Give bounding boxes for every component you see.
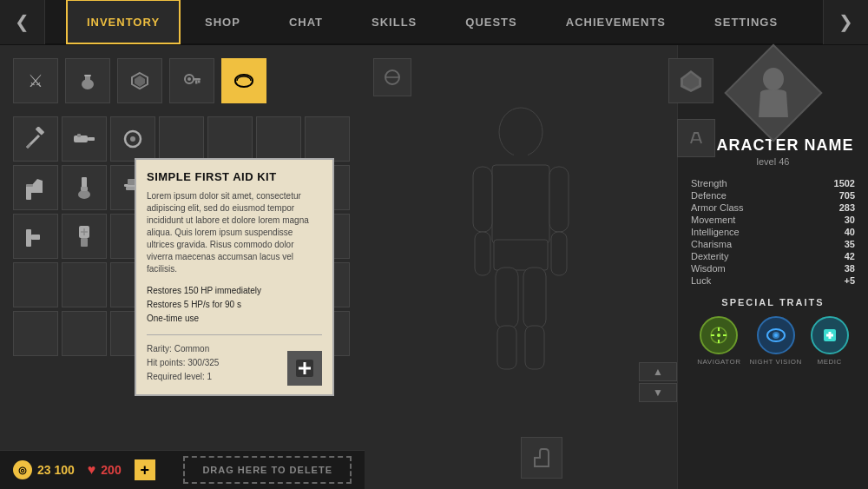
nav-item-inventory[interactable]: INVENTORY xyxy=(66,0,181,44)
inv-cell-23[interactable] xyxy=(62,262,107,307)
inv-cell-1[interactable] xyxy=(13,116,58,162)
inv-cell-6[interactable] xyxy=(256,116,301,162)
inv-cell-22[interactable] xyxy=(13,262,58,307)
svg-point-22 xyxy=(78,190,90,199)
svg-rect-2 xyxy=(84,75,91,76)
trait-icon-night-vision xyxy=(757,316,795,354)
svg-rect-48 xyxy=(551,232,567,275)
svg-rect-45 xyxy=(473,167,492,232)
stat-row: Intelligence40 xyxy=(691,226,855,238)
svg-rect-49 xyxy=(494,240,548,270)
trait-night-vision: NIGHT VISION xyxy=(750,316,802,366)
svg-point-71 xyxy=(774,334,778,337)
svg-point-42 xyxy=(499,108,542,156)
svg-rect-51 xyxy=(523,268,546,328)
inv-cell-16[interactable] xyxy=(62,214,107,259)
nav-item-chat[interactable]: CHAT xyxy=(265,0,347,44)
stat-row: Strength1502 xyxy=(691,177,855,189)
svg-point-64 xyxy=(717,334,720,337)
inv-cell-2[interactable] xyxy=(62,116,107,162)
nav-item-settings[interactable]: SETTINGS xyxy=(690,0,802,44)
svg-rect-13 xyxy=(74,135,88,142)
inv-cell-29[interactable] xyxy=(13,311,58,356)
nav-prev-button[interactable]: ❮ xyxy=(0,0,45,44)
trait-navigator: NAVIGATOR xyxy=(697,316,740,366)
trait-label-night-vision: NIGHT VISION xyxy=(750,358,802,366)
traits-row: NAVIGATOR NIGHT VISION MEDIC xyxy=(691,316,855,366)
inv-cell-8[interactable] xyxy=(13,165,58,210)
portrait-diamond xyxy=(724,43,822,142)
character-portrait xyxy=(739,58,808,128)
nav-item-shop[interactable]: SHOP xyxy=(181,0,265,44)
trait-icon-navigator xyxy=(700,316,738,354)
item-tooltip: SIMPLE FIRST AID KIT Lorem ipsum dolor s… xyxy=(135,158,334,396)
filter-keys[interactable] xyxy=(169,58,214,103)
health-icon: ♥ xyxy=(88,462,96,478)
height-up-button[interactable]: ▲ xyxy=(639,362,677,381)
svg-rect-46 xyxy=(549,167,569,232)
svg-point-6 xyxy=(187,77,191,81)
inv-cell-15[interactable] xyxy=(13,214,58,259)
add-health-button[interactable]: + xyxy=(135,459,155,480)
health-display: ♥ 200 xyxy=(88,462,122,478)
svg-rect-53 xyxy=(525,326,544,369)
character-level: level 46 xyxy=(691,156,855,167)
special-traits-label: SPECIAL TRAITS xyxy=(691,297,855,307)
portrait-silhouette xyxy=(752,67,795,119)
height-down-button[interactable]: ▼ xyxy=(639,383,677,402)
stat-row: Armor Class283 xyxy=(691,202,855,214)
inv-cell-9[interactable] xyxy=(62,165,107,210)
tooltip-item-icon xyxy=(287,351,322,386)
inv-cell-7[interactable] xyxy=(305,116,350,162)
svg-rect-20 xyxy=(26,184,33,187)
delete-zone[interactable]: DRAG HERE TO DELETE xyxy=(183,456,352,484)
filter-potions[interactable] xyxy=(65,58,110,103)
nav-item-quests[interactable]: QUESTS xyxy=(441,0,541,44)
tooltip-description: Lorem ipsum dolor sit amet, consectetur … xyxy=(147,190,322,275)
svg-rect-23 xyxy=(81,187,88,191)
svg-point-17 xyxy=(130,136,135,142)
top-navigation: ❮ INVENTORY SHOP CHAT SKILLS QUESTS ACHI… xyxy=(0,0,868,45)
currency-display: ◎ 23 100 xyxy=(13,460,75,479)
inv-cell-4[interactable] xyxy=(159,116,204,162)
nav-item-skills[interactable]: SKILLS xyxy=(347,0,441,44)
equip-slot-boots-right[interactable] xyxy=(521,437,562,479)
equip-slot-r6[interactable] xyxy=(677,119,715,157)
svg-rect-32 xyxy=(81,238,88,247)
svg-rect-11 xyxy=(36,127,45,135)
filter-misc[interactable] xyxy=(221,58,266,103)
filter-tabs: ⚔ xyxy=(13,58,352,103)
tooltip-effects: Restores 150 HP immediately Restores 5 H… xyxy=(147,284,322,326)
nav-items-container: INVENTORY SHOP CHAT SKILLS QUESTS ACHIEV… xyxy=(45,0,823,44)
svg-rect-52 xyxy=(497,326,516,369)
equip-slot-head-right[interactable] xyxy=(373,58,411,96)
portrait-container xyxy=(691,58,855,128)
stat-row: Dexterity42 xyxy=(691,250,855,262)
svg-rect-28 xyxy=(31,235,40,240)
bottom-bar: ◎ 23 100 ♥ 200 + DRAG HERE TO DELETE xyxy=(0,450,365,489)
filter-armor[interactable] xyxy=(117,58,162,103)
svg-point-62 xyxy=(763,68,784,90)
tooltip-divider xyxy=(147,334,322,335)
inventory-panel: ⚔ xyxy=(0,45,365,489)
svg-rect-14 xyxy=(88,137,95,141)
svg-rect-8 xyxy=(198,81,201,83)
svg-marker-4 xyxy=(135,76,145,87)
svg-rect-50 xyxy=(496,268,518,328)
svg-rect-44 xyxy=(492,165,549,243)
right-panel: CHARACTER NAME level 46 Strength1502Defe… xyxy=(677,45,868,489)
filter-weapons[interactable]: ⚔ xyxy=(13,58,58,103)
equip-slot-helmet[interactable] xyxy=(668,58,713,103)
tooltip-title: SIMPLE FIRST AID KIT xyxy=(147,170,322,183)
inv-cell-3[interactable] xyxy=(110,116,155,162)
svg-rect-7 xyxy=(193,78,201,81)
svg-rect-18 xyxy=(26,186,31,200)
inv-cell-5[interactable] xyxy=(207,116,253,162)
svg-rect-27 xyxy=(26,229,31,247)
nav-item-achievements[interactable]: ACHIEVEMENTS xyxy=(542,0,690,44)
svg-rect-1 xyxy=(85,76,90,83)
trait-medic: MEDIC xyxy=(811,316,849,366)
svg-rect-15 xyxy=(77,134,81,137)
nav-next-button[interactable]: ❯ xyxy=(823,0,868,44)
inv-cell-30[interactable] xyxy=(62,311,107,356)
